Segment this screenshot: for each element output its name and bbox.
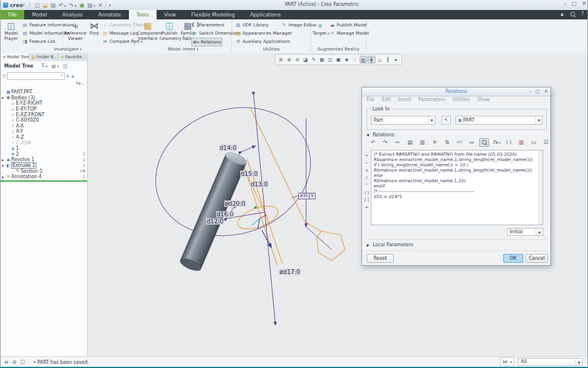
- tree-insert-indicator[interactable]: [1, 180, 87, 182]
- tree-item-annotation[interactable]: ▶ ⚑ Annotation 4 1: [1, 174, 87, 180]
- repaint-icon[interactable]: ◪: [302, 56, 310, 63]
- maximize-button[interactable]: ▢: [572, 1, 577, 6]
- gtol-annotation[interactable]: ø355: [298, 193, 315, 199]
- investigate-group-label[interactable]: Investigate▾: [2, 46, 134, 52]
- dialog-close-button[interactable]: ✕: [544, 88, 548, 96]
- appearances-manager-button[interactable]: ◧ Appearances Manager: [235, 29, 292, 37]
- collapse-triangle-icon[interactable]: ▼: [367, 133, 370, 137]
- target-button[interactable]: ⌖ Target▾: [313, 21, 328, 36]
- menu-utilities[interactable]: Utilities: [453, 97, 470, 102]
- dimension-label[interactable]: d15:0: [240, 170, 258, 177]
- minimize-button[interactable]: –: [563, 1, 566, 6]
- find-relation-icon[interactable]: [479, 138, 489, 147]
- show-annotations-icon[interactable]: ▧: [360, 56, 367, 63]
- new-file-icon[interactable]: ▢: [35, 2, 40, 8]
- tab-file[interactable]: File: [1, 10, 24, 19]
- chevron-down-icon[interactable]: ▼: [535, 116, 542, 124]
- dimension-label[interactable]: d14:0: [219, 145, 237, 151]
- open-file-icon[interactable]: ⬓: [43, 2, 48, 8]
- find-button[interactable]: ⋈ Find: [88, 21, 101, 36]
- delete-icon[interactable]: ✕: [430, 138, 440, 147]
- feature-list-button[interactable]: ◨ Feature List: [22, 38, 55, 45]
- tree-columns-icon[interactable]: ◫: [63, 63, 68, 69]
- tab-model[interactable]: Model: [24, 10, 55, 19]
- tab-favorites[interactable]: ★ Favorite...: [59, 53, 88, 61]
- clear-search-icon[interactable]: ×: [60, 73, 64, 78]
- dialog-maximize-button[interactable]: ▢: [536, 88, 540, 96]
- operator-button[interactable]: −: [364, 160, 370, 168]
- operator-button[interactable]: +: [364, 152, 370, 160]
- resume-icon[interactable]: ▸: [393, 56, 400, 63]
- tree-item-section[interactable]: ✎ Section 1 <N: [1, 168, 87, 174]
- tab-tools[interactable]: Tools: [129, 10, 157, 19]
- model-combo[interactable]: ▦ PART ▼: [456, 116, 543, 125]
- publish-geometry-button[interactable]: ◫ Publish Geometry: [160, 21, 180, 41]
- search-tool-button[interactable]: ⋈ ▾: [500, 357, 514, 366]
- tab-flexible-modeling[interactable]: Flexible Modeling: [184, 10, 242, 19]
- cut-icon[interactable]: ✂: [393, 138, 403, 147]
- dimension-label[interactable]: d12:0: [206, 218, 224, 225]
- appearance-gallery-icon[interactable]: ◈: [343, 56, 351, 63]
- operator-button[interactable]: =: [364, 204, 370, 212]
- tree-filters-icon[interactable]: Ŧ▾: [42, 63, 48, 69]
- pause-icon[interactable]: ‖: [384, 56, 392, 63]
- chevron-down-icon[interactable]: ▼: [536, 229, 543, 235]
- tree-item-bodies[interactable]: ▶ ▣ Bodies (3): [1, 95, 87, 101]
- redo-icon[interactable]: ↷▾: [69, 2, 77, 8]
- add-filter-icon[interactable]: +: [71, 73, 75, 79]
- operator-button[interactable]: /: [364, 175, 370, 182]
- insert-from-file-icon[interactable]: ▭: [529, 138, 539, 147]
- minimize-ribbon-icon[interactable]: ▲: [560, 12, 563, 16]
- tab-model-tree[interactable]: ≡ Model Tree: [1, 53, 29, 61]
- editor-scrollbar[interactable]: [539, 150, 543, 225]
- menu-parameters[interactable]: Parameters: [418, 97, 446, 102]
- look-in-scope-select[interactable]: Part ▼: [371, 116, 436, 125]
- operator-button[interactable]: x: [364, 167, 370, 175]
- view-manager-icon[interactable]: ▣: [335, 56, 343, 63]
- customize-qat-icon[interactable]: ▾: [109, 3, 111, 7]
- reference-viewer-button[interactable]: ∞ Reference Viewer: [64, 21, 87, 41]
- tab-view[interactable]: View: [157, 10, 184, 19]
- relations-code-editor[interactable]: /* Extract RBPARTNO and RBMATNO from fil…: [371, 150, 543, 225]
- manage-model-button[interactable]: ≺ Manage Model: [329, 29, 369, 37]
- verify-relations-icon[interactable]: ☑: [541, 138, 551, 147]
- tree-search-input[interactable]: ×: [7, 72, 65, 80]
- expander-icon[interactable]: ▶: [1, 158, 5, 162]
- local-parameters-section[interactable]: ▶ Local Parameters: [367, 242, 413, 247]
- insert-operators-icon[interactable]: { }: [504, 138, 514, 147]
- zoom-in-icon[interactable]: ⊕: [285, 56, 293, 63]
- chevron-down-icon[interactable]: ▼: [575, 359, 582, 365]
- model-intent-group-label[interactable]: Model Intent▾: [135, 46, 231, 52]
- relations-button[interactable]: d= Relations: [191, 38, 222, 46]
- dimension-label[interactable]: d16:0: [216, 211, 234, 218]
- udf-library-button[interactable]: ▥ UDF Library: [235, 21, 268, 29]
- tree-item-axis[interactable]: ∕ A-Z: [1, 135, 87, 140]
- help-icon[interactable]: ?: [582, 11, 584, 16]
- dialog-title-bar[interactable]: Relations: [362, 88, 550, 96]
- saved-orientations-icon[interactable]: ◫: [327, 56, 334, 63]
- menu-edit[interactable]: Edit: [381, 97, 391, 102]
- expander-icon[interactable]: ▶: [1, 96, 5, 99]
- relations-section-header[interactable]: ▼ Relations: [367, 132, 394, 138]
- command-search-icon[interactable]: [570, 12, 575, 16]
- sort-relations-icon[interactable]: ⇅: [442, 138, 452, 147]
- annotation-display-icon[interactable]: ∴: [351, 56, 359, 63]
- insert-function-icon[interactable]: fx▾: [491, 138, 501, 147]
- display-style-icon[interactable]: ▦: [318, 56, 326, 63]
- cylinder-solid[interactable]: [178, 150, 248, 273]
- render-style-icon[interactable]: ✎: [310, 56, 318, 63]
- save-icon[interactable]: ▤: [51, 2, 56, 8]
- tab-applications[interactable]: Applications: [242, 10, 288, 19]
- operator-button[interactable]: ( ): [364, 189, 370, 197]
- auxiliary-applications-button[interactable]: ⚙ Auxiliary Applications: [235, 38, 290, 45]
- close-button[interactable]: ✕: [582, 1, 586, 6]
- reset-button[interactable]: Reset: [367, 254, 394, 263]
- tree-item-datum-plane[interactable]: ▱ E-XY-TOP: [1, 106, 87, 112]
- tree-item-axis[interactable]: ∕ A-X: [1, 123, 87, 129]
- expand-triangle-icon[interactable]: ▶: [367, 243, 370, 247]
- tree-item-extrude-selected[interactable]: ▼ ◧ Extrude 1 1: [1, 163, 87, 169]
- tree-item-csys[interactable]: ⌖ C-X0Y0Z0: [1, 118, 87, 123]
- expander-icon[interactable]: ▶: [1, 175, 5, 179]
- search-options-icon[interactable]: ▾: [67, 74, 69, 79]
- undo-icon[interactable]: ↶: [368, 138, 378, 147]
